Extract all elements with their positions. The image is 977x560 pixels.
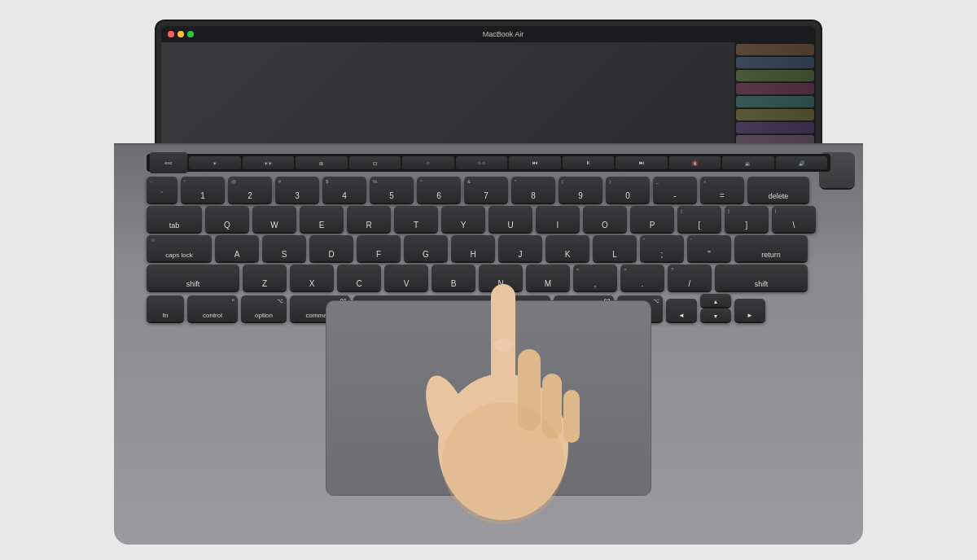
key-backtick[interactable]: ~ ` xyxy=(147,177,177,203)
key-p[interactable]: P xyxy=(630,206,674,232)
contact-thumb-6 xyxy=(736,109,814,120)
key-a[interactable]: A xyxy=(215,235,259,261)
contact-thumb-1 xyxy=(736,44,814,55)
f1-key[interactable]: ☀ xyxy=(189,156,241,169)
hand-svg xyxy=(397,219,625,528)
key-option-left[interactable]: ⌥ option xyxy=(241,295,287,322)
key-return[interactable]: return xyxy=(734,235,808,261)
key-4[interactable]: $ 4 xyxy=(322,177,366,203)
f12-key[interactable]: 🔊 xyxy=(776,156,828,169)
contact-thumb-7 xyxy=(736,122,814,133)
f7-key[interactable]: ⏮ xyxy=(509,156,561,169)
key-e[interactable]: E xyxy=(300,206,344,232)
screen-inner: MacBook Air xyxy=(161,26,816,148)
f3-key[interactable]: ⊞ xyxy=(296,156,348,169)
key-quote[interactable]: ' " xyxy=(687,235,731,261)
f6-key[interactable]: ☼☼ xyxy=(456,156,508,169)
f4-key[interactable]: ⊡ xyxy=(349,156,401,169)
key-q[interactable]: Q xyxy=(205,206,249,232)
esc-key[interactable]: esc xyxy=(150,152,187,173)
svg-rect-4 xyxy=(563,390,580,443)
key-c[interactable]: C xyxy=(337,265,381,291)
contact-thumb-2 xyxy=(736,57,814,68)
key-arrow-up[interactable]: ▲ xyxy=(700,294,731,307)
key-fn[interactable]: fn xyxy=(147,295,184,322)
key-open-bracket[interactable]: { [ xyxy=(677,206,721,232)
key-arrow-down[interactable]: ▼ xyxy=(700,308,731,322)
window-title: MacBook Air xyxy=(197,30,809,38)
key-slash[interactable]: ? / xyxy=(668,265,712,291)
hand-overlay xyxy=(397,219,625,528)
key-equals[interactable]: + = xyxy=(700,177,744,203)
number-row: ~ ` ! 1 @ 2 # 3 xyxy=(147,177,830,203)
facetime-sidebar xyxy=(734,42,816,148)
scene: MacBook Air xyxy=(0,0,977,560)
key-shift-right[interactable]: shift xyxy=(715,265,808,291)
svg-point-6 xyxy=(493,339,513,352)
facetime-main-video xyxy=(161,42,734,148)
key-tab[interactable]: tab xyxy=(147,206,202,232)
f10-key[interactable]: 🔇 xyxy=(669,156,721,169)
key-r[interactable]: R xyxy=(347,206,391,232)
f8-key[interactable]: ⏸ xyxy=(563,156,615,169)
key-0[interactable]: ) 0 xyxy=(606,177,650,203)
facetime-titlebar: MacBook Air xyxy=(161,26,816,42)
key-s[interactable]: S xyxy=(262,235,306,261)
key-minus[interactable]: _ - xyxy=(653,177,697,203)
f11-key[interactable]: 🔉 xyxy=(722,156,774,169)
contact-thumb-3 xyxy=(736,70,814,81)
key-1[interactable]: ! 1 xyxy=(181,177,225,203)
touch-bar: esc ☀ ☀☀ ⊞ ⊡ ☼ ☼☼ ⏮ ⏸ ⏭ 🔇 🔉 🔊 xyxy=(147,154,830,172)
contact-thumb-5 xyxy=(736,96,814,107)
f5-key[interactable]: ☼ xyxy=(402,156,454,169)
key-f[interactable]: F xyxy=(357,235,401,261)
macbook: MacBook Air xyxy=(114,20,863,540)
key-backslash[interactable]: | \ xyxy=(772,206,816,232)
key-shift-left[interactable]: shift xyxy=(147,265,239,291)
key-arrow-left[interactable]: ◄ xyxy=(666,299,697,322)
key-control[interactable]: ^ control xyxy=(187,295,238,322)
key-7[interactable]: & 7 xyxy=(464,177,508,203)
svg-point-7 xyxy=(442,402,564,524)
keyboard-body: esc ☀ ☀☀ ⊞ ⊡ ☼ ☼☼ ⏮ ⏸ ⏭ 🔇 🔉 🔊 xyxy=(114,146,863,545)
key-9[interactable]: ( 9 xyxy=(559,177,602,203)
contact-thumb-4 xyxy=(736,83,814,94)
f2-key[interactable]: ☀☀ xyxy=(243,156,295,169)
key-5[interactable]: % 5 xyxy=(370,177,414,203)
key-2[interactable]: @ 2 xyxy=(228,177,272,203)
key-z[interactable]: Z xyxy=(243,265,287,291)
key-period[interactable]: > . xyxy=(620,265,664,291)
maximize-button-dot xyxy=(187,31,194,37)
key-3[interactable]: # 3 xyxy=(275,177,319,203)
close-button-dot xyxy=(168,31,174,37)
key-close-bracket[interactable]: } ] xyxy=(725,206,769,232)
key-8[interactable]: * 8 xyxy=(511,177,555,203)
f9-key[interactable]: ⏭ xyxy=(616,156,668,169)
key-d[interactable]: D xyxy=(309,235,353,261)
minimize-button-dot xyxy=(177,31,184,37)
facetime-content xyxy=(161,42,816,148)
key-arrow-right[interactable]: ► xyxy=(734,299,765,322)
key-w[interactable]: W xyxy=(252,206,296,232)
key-semicolon[interactable]: " ; xyxy=(640,235,684,261)
key-delete[interactable]: delete xyxy=(747,177,809,203)
screen-lid: MacBook Air xyxy=(155,20,822,150)
key-6[interactable]: ^ 6 xyxy=(417,177,461,203)
key-caps-lock[interactable]: caps lock xyxy=(147,235,212,261)
key-x[interactable]: X xyxy=(290,265,334,291)
